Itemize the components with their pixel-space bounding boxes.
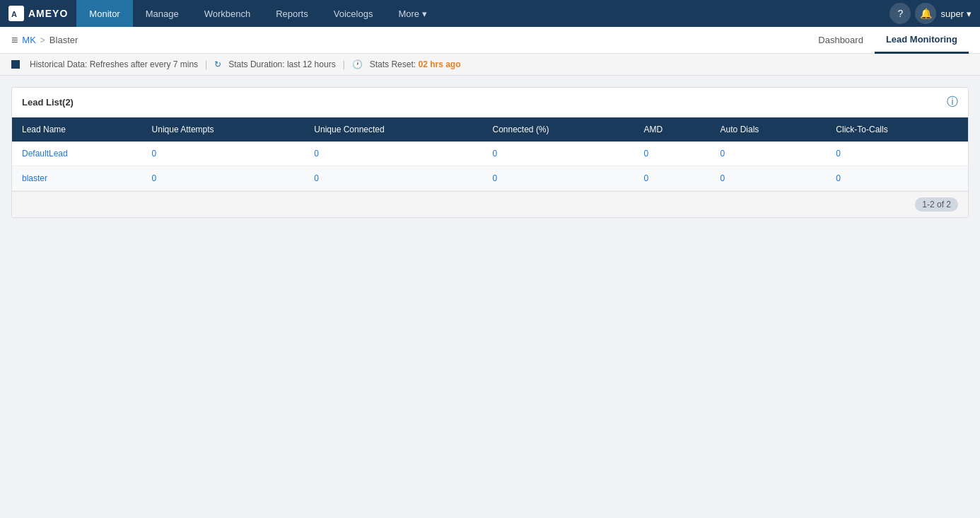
main-content: Lead List(2) ⓘ Lead Name Unique Attempts… [0,76,980,229]
ameyo-logo-icon: A [8,6,24,21]
table-header-row: Lead Name Unique Attempts Unique Connect… [12,117,968,142]
row1-auto-dials: 0 [711,142,827,166]
tab-dashboard[interactable]: Dashboard [807,27,875,54]
pagination-label: 1-2 of 2 [915,197,958,212]
row1-connected-pct: 0 [483,142,634,166]
menu-icon[interactable]: ≡ [11,34,18,47]
col-click-to-calls: Click-To-Calls [826,117,968,142]
top-nav: A AMEYO Monitor Manage Workbench Reports… [0,0,980,27]
breadcrumb-separator: > [40,35,45,45]
row2-unique-attempts: 0 [142,166,305,191]
nav-voicelogs[interactable]: Voicelogs [321,0,386,27]
row1-click-to-calls: 0 [826,142,968,166]
help-icon-btn[interactable]: ? [889,3,911,24]
stats-sep-2: | [343,59,345,69]
col-unique-connected: Unique Connected [304,117,482,142]
historical-label: Historical Data: Refreshes after every 7… [30,59,198,69]
col-lead-name: Lead Name [12,117,142,142]
stats-sep-1: | [205,59,207,69]
col-connected-pct: Connected (%) [483,117,634,142]
user-menu[interactable]: super ▾ [940,8,972,19]
bell-icon: 🔔 [920,8,932,19]
logo: A AMEYO [0,0,76,27]
info-icon[interactable]: ⓘ [947,95,958,110]
stats-duration-icon: ↻ [214,59,221,69]
tabs-container: Dashboard Lead Monitoring [807,27,969,54]
row1-unique-connected: 0 [304,142,482,166]
breadcrumb-blaster: Blaster [49,35,78,45]
nav-monitor[interactable]: Monitor [76,0,132,27]
nav-manage[interactable]: Manage [133,0,192,27]
col-auto-dials: Auto Dials [711,117,827,142]
tab-lead-monitoring[interactable]: Lead Monitoring [875,27,969,54]
nav-right: ? 🔔 super ▾ [889,3,980,24]
row2-lead-name[interactable]: blaster [12,166,142,191]
row2-connected-pct: 0 [483,166,634,191]
row1-lead-name[interactable]: DefaultLead [12,142,142,166]
col-amd: AMD [634,117,710,142]
col-unique-attempts: Unique Attempts [142,117,305,142]
row2-auto-dials: 0 [711,166,827,191]
row1-unique-attempts: 0 [142,142,305,166]
lead-table: Lead Name Unique Attempts Unique Connect… [12,117,968,191]
nav-reports[interactable]: Reports [263,0,321,27]
user-chevron-icon: ▾ [967,8,972,19]
stats-bar: Historical Data: Refreshes after every 7… [0,54,980,76]
breadcrumb-left: ≡ MK > Blaster [11,34,78,47]
stats-reset-label: Stats Reset: 02 hrs ago [370,59,461,69]
table-row: DefaultLead 0 0 0 0 0 0 [12,142,968,166]
stats-duration-label: Stats Duration: last 12 hours [228,59,335,69]
table-header: Lead Name Unique Attempts Unique Connect… [12,117,968,142]
nav-workbench[interactable]: Workbench [192,0,264,27]
row2-click-to-calls: 0 [826,166,968,191]
table-footer: 1-2 of 2 [12,191,968,217]
row2-unique-connected: 0 [304,166,482,191]
row1-amd: 0 [634,142,710,166]
card-header: Lead List(2) ⓘ [12,88,968,117]
svg-text:A: A [11,10,17,18]
row2-amd: 0 [634,166,710,191]
breadcrumb-bar: ≡ MK > Blaster Dashboard Lead Monitoring [0,27,980,54]
nav-more[interactable]: More ▾ [385,0,440,27]
card-title: Lead List(2) [22,97,74,108]
table-row: blaster 0 0 0 0 0 0 [12,166,968,191]
historical-icon [11,60,20,69]
lead-list-card: Lead List(2) ⓘ Lead Name Unique Attempts… [11,87,969,218]
help-icon: ? [898,8,904,19]
table-body: DefaultLead 0 0 0 0 0 0 blaster 0 0 0 [12,142,968,191]
breadcrumb-mk[interactable]: MK [22,35,36,45]
stats-reset-icon: 🕐 [352,59,363,69]
chevron-down-icon: ▾ [422,8,427,19]
logo-text: AMEYO [28,8,68,19]
notification-icon-btn[interactable]: 🔔 [915,3,936,24]
